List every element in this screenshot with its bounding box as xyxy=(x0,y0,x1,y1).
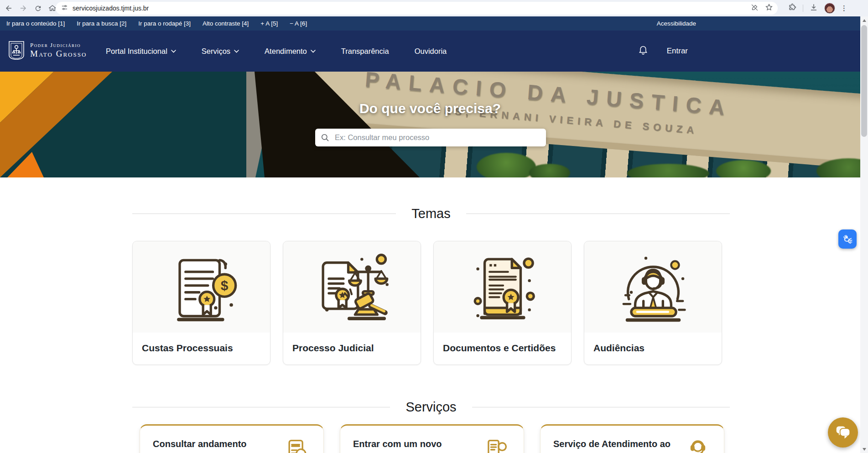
logo[interactable]: Poder Judiciário Mato Grosso xyxy=(7,40,87,61)
extensions-puzzle-icon[interactable] xyxy=(788,3,796,13)
nav-item-servicos[interactable]: Serviços xyxy=(202,47,239,56)
hero-title: Do que você precisa? xyxy=(0,101,860,116)
tema-card-custas-processuais[interactable]: $ Custas Processuais xyxy=(132,241,270,365)
nav-item-portal-institucional[interactable]: Portal Institucional xyxy=(106,47,176,56)
temas-heading: Temas xyxy=(132,206,730,221)
font-increase-link[interactable]: + A [5] xyxy=(260,20,278,27)
high-contrast-link[interactable]: Alto contraste [4] xyxy=(203,20,249,27)
accessibility-bar: Ir para o conteúdo [1] Ir para a busca [… xyxy=(0,16,860,31)
svg-text:$: $ xyxy=(220,278,228,293)
service-card-label: Consultar andamento processual xyxy=(153,437,277,453)
screen: servicosjuizados.tjmt.jus.br ⋮ I xyxy=(0,0,868,453)
servicos-heading: Serviços xyxy=(132,400,730,415)
chevron-down-icon xyxy=(171,50,176,53)
scales-gavel-icon xyxy=(283,241,421,333)
tema-card-label: Audiências xyxy=(584,333,722,354)
document-dollar-icon: $ xyxy=(133,241,270,333)
scrollbar-thumb[interactable] xyxy=(861,25,867,137)
document-search-icon xyxy=(285,437,310,453)
bookmark-star-icon[interactable] xyxy=(765,3,773,13)
scrollbar-down-arrow[interactable] xyxy=(860,445,868,453)
font-decrease-link[interactable]: − A [6] xyxy=(290,20,307,27)
reload-icon[interactable] xyxy=(32,2,44,14)
nav-menu: Portal Institucional Serviços Atendiment… xyxy=(106,31,447,72)
tema-card-audiencias[interactable]: Audiências xyxy=(584,241,722,365)
page-scrollbar[interactable] xyxy=(860,16,868,453)
reading-mode-off-icon[interactable] xyxy=(751,4,759,13)
hero-search-box[interactable] xyxy=(315,129,546,146)
notification-bell-icon[interactable] xyxy=(639,45,648,57)
accessibility-link[interactable]: Acessibilidade xyxy=(657,20,696,27)
service-card-label: Serviço de Atendimento ao Cidadão (SAC) xyxy=(553,437,677,453)
tjmt-crest-icon xyxy=(7,40,26,61)
main-navbar: Poder Judiciário Mato Grosso Portal Inst… xyxy=(0,31,860,72)
hero-building-photo: PALACIO DA JUSTICA DES, ERNANI VIEIRA DE… xyxy=(246,72,868,177)
back-arrow-icon[interactable] xyxy=(3,2,15,14)
site-info-icon[interactable] xyxy=(61,4,68,13)
scrollbar-up-arrow[interactable] xyxy=(860,16,868,24)
logo-line2: Mato Grosso xyxy=(30,49,87,59)
login-button[interactable]: Entrar xyxy=(667,47,688,56)
download-icon[interactable] xyxy=(810,3,818,13)
nav-item-transparencia[interactable]: Transparência xyxy=(341,47,389,56)
service-card-label: Entrar com um novo processo nos Juizados… xyxy=(353,437,477,453)
headset-person-icon xyxy=(686,437,710,453)
chat-bubbles-icon xyxy=(835,425,851,440)
chevron-down-icon xyxy=(234,50,239,53)
service-card-consultar-andamento[interactable]: Consultar andamento processual xyxy=(140,424,324,453)
temas-title: Temas xyxy=(411,206,450,221)
nav-item-atendimento[interactable]: Atendimento xyxy=(265,47,316,56)
tema-card-label: Processo Judicial xyxy=(283,333,421,354)
tema-card-processo-judicial[interactable]: Processo Judicial xyxy=(283,241,421,365)
sign-language-hands-icon xyxy=(842,233,853,245)
browser-toolbar: servicosjuizados.tjmt.jus.br ⋮ xyxy=(0,0,868,16)
menu-dots-icon[interactable]: ⋮ xyxy=(841,4,847,12)
forward-arrow-icon[interactable] xyxy=(17,2,29,14)
skip-to-search-link[interactable]: Ir para a busca [2] xyxy=(77,20,126,27)
search-input[interactable] xyxy=(335,133,541,142)
skip-to-footer-link[interactable]: Ir para o rodapé [3] xyxy=(138,20,191,27)
vlibras-sign-language-button[interactable] xyxy=(838,229,857,249)
profile-avatar[interactable] xyxy=(824,3,835,14)
service-card-novo-processo[interactable]: Entrar com um novo processo nos Juizados… xyxy=(340,424,524,453)
certificate-document-icon xyxy=(434,241,571,333)
tema-card-documentos-certidoes[interactable]: Documentos e Certidões xyxy=(433,241,572,365)
document-person-icon xyxy=(485,437,510,453)
chevron-down-icon xyxy=(311,50,316,53)
service-card-sac[interactable]: Serviço de Atendimento ao Cidadão (SAC) xyxy=(540,424,724,453)
toolbar-divider xyxy=(803,5,803,12)
logo-line1: Poder Judiciário xyxy=(30,42,87,49)
address-bar[interactable]: servicosjuizados.tjmt.jus.br xyxy=(56,2,778,15)
tema-card-label: Custas Processuais xyxy=(133,333,270,354)
search-icon xyxy=(321,133,329,142)
attendant-desk-icon xyxy=(584,241,722,333)
hero-banner: PALACIO DA JUSTICA DES, ERNANI VIEIRA DE… xyxy=(0,72,868,177)
nav-item-ouvidoria[interactable]: Ouvidoria xyxy=(415,47,447,56)
skip-to-content-link[interactable]: Ir para o conteúdo [1] xyxy=(6,20,65,27)
url-text[interactable]: servicosjuizados.tjmt.jus.br xyxy=(73,5,149,12)
tema-card-label: Documentos e Certidões xyxy=(434,333,571,354)
servicos-title: Serviços xyxy=(405,400,456,415)
chat-widget-button[interactable] xyxy=(828,417,858,448)
